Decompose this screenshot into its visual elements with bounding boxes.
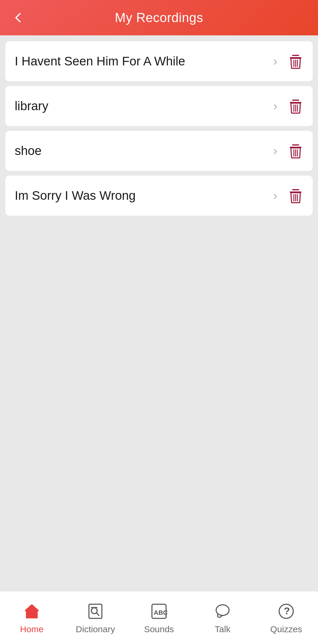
nav-label-quizzes: Quizzes (270, 624, 302, 634)
nav-label-dictionary: Dictionary (76, 624, 115, 634)
svg-rect-6 (292, 100, 299, 101)
recording-label: shoe (15, 144, 273, 158)
recording-item[interactable]: library › (5, 86, 313, 126)
nav-label-home: Home (20, 624, 44, 634)
delete-button[interactable] (288, 187, 303, 204)
recording-item[interactable]: Im Sorry I Was Wrong › (5, 176, 313, 216)
delete-button[interactable] (288, 53, 303, 70)
nav-item-sounds[interactable]: ABC Sounds (127, 601, 191, 634)
svg-rect-16 (292, 189, 299, 190)
recording-label: Im Sorry I Was Wrong (15, 189, 273, 203)
page-title: My Recordings (115, 10, 203, 25)
svg-rect-1 (292, 55, 299, 56)
recording-label: I Havent Seen Him For A While (15, 54, 273, 68)
talk-icon (213, 601, 233, 621)
svg-line-24 (96, 613, 99, 615)
recording-item[interactable]: shoe › (5, 131, 313, 171)
recordings-list: I Havent Seen Him For A While › library … (0, 35, 318, 591)
svg-rect-21 (29, 614, 34, 618)
nav-item-dictionary[interactable]: Dictionary (64, 601, 127, 634)
nav-label-sounds: Sounds (144, 624, 174, 634)
header: My Recordings (0, 0, 318, 35)
nav-label-talk: Talk (215, 624, 230, 634)
svg-rect-11 (292, 144, 299, 146)
back-button[interactable] (12, 12, 24, 24)
nav-item-home[interactable]: Home (0, 601, 64, 634)
recording-label: library (15, 99, 273, 113)
svg-text:ABC: ABC (154, 609, 168, 616)
delete-button[interactable] (288, 98, 303, 114)
chevron-right-icon: › (273, 54, 277, 68)
nav-item-quizzes[interactable]: ? Quizzes (254, 601, 318, 634)
chevron-right-icon: › (273, 189, 277, 203)
chevron-right-icon: › (273, 144, 277, 158)
home-icon (22, 601, 42, 621)
bottom-navigation: Home Dictionary ABC Sounds (0, 591, 318, 644)
sounds-icon: ABC (149, 601, 169, 621)
dictionary-icon (85, 601, 105, 621)
quizzes-icon: ? (276, 601, 296, 621)
svg-text:?: ? (284, 605, 290, 616)
chevron-right-icon: › (273, 99, 277, 113)
recording-item[interactable]: I Havent Seen Him For A While › (5, 41, 313, 81)
nav-item-talk[interactable]: Talk (191, 601, 254, 634)
delete-button[interactable] (288, 143, 303, 159)
